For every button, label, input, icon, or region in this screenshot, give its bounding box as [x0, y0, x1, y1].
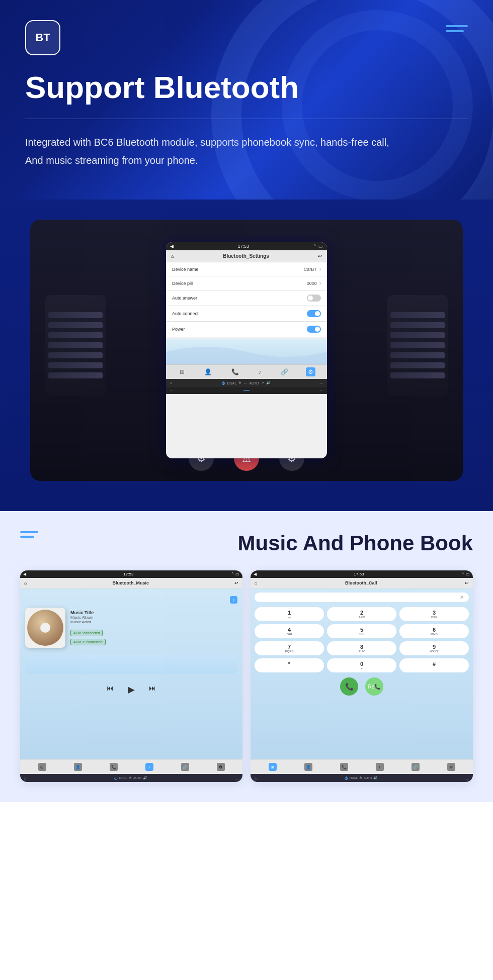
music-home-icon[interactable]: ⌂ — [24, 580, 27, 585]
dial-key-5[interactable]: 5JKL — [327, 624, 396, 638]
auto-connect-row[interactable]: Auto connect — [166, 306, 327, 322]
dual-text-c: DUAL — [350, 776, 358, 779]
hero-title: Support Bluetooth — [25, 70, 468, 105]
device-name-row[interactable]: Device name CarBT › — [166, 262, 327, 276]
device-pin-chevron: › — [319, 280, 321, 286]
dial-key-8[interactable]: 8TUV — [327, 641, 396, 655]
vol-icon-c: 🔊 — [373, 776, 378, 780]
fan-icon-c: ❄ — [359, 776, 362, 780]
sub-screens-container: ◀ 17:53 ⌃ ▭ ⌂ Bluetooth_Music ↩ ♪ — [20, 570, 473, 782]
power-icon-m: ⏻ — [114, 776, 118, 780]
tb-link-icon[interactable]: 🔗 — [181, 763, 189, 771]
menu-button[interactable] — [446, 25, 468, 32]
user-icon[interactable]: 👤 — [202, 367, 214, 376]
call-nav-bar: ⌂ Bluetooth_Call ↩ — [251, 578, 473, 589]
music-back-icon[interactable]: ◀ — [23, 572, 26, 576]
device-name-label: Device name — [172, 267, 199, 272]
power-row[interactable]: Power — [166, 322, 327, 337]
tb-music-icon-active[interactable]: ♪ — [145, 763, 153, 771]
a2dp-badge: A2DP connected — [70, 630, 103, 636]
call-screen: ◀ 17:53 ⌃ ▭ ⌂ Bluetooth_Call ↩ ✕ 1— 2ABC… — [251, 570, 473, 782]
dial-key-0[interactable]: 0+ — [327, 658, 396, 672]
album-name: Music Album — [70, 615, 237, 620]
call-back-nav[interactable]: ↩ — [465, 580, 469, 585]
call-clear-icon[interactable]: ✕ — [460, 595, 464, 600]
device-pin-label: Device pin — [172, 281, 193, 286]
device-name-chevron: › — [319, 266, 321, 272]
hero-section: BT Support Bluetooth Integrated with BC6… — [0, 0, 493, 200]
status-icons: ⌃ ▭ — [313, 244, 323, 249]
tb-grid-icon[interactable]: ⊞ — [38, 763, 46, 771]
call-back-icon[interactable]: ◀ — [254, 572, 257, 576]
music-disc-wrapper — [25, 608, 65, 648]
back-nav-icon[interactable]: ↩ — [318, 253, 322, 259]
bottom-menu-icon[interactable] — [20, 531, 38, 538]
tb-music-icon-c[interactable]: ♪ — [376, 763, 384, 771]
redial-button[interactable]: Re📞 — [365, 677, 383, 696]
phone-icon[interactable]: 📞 — [229, 367, 241, 376]
vol-icon-m: 🔊 — [143, 776, 147, 780]
music-player-content: ♪ Music Title Music Album Mus — [20, 589, 242, 759]
dial-key-2[interactable]: 2ABC — [327, 607, 396, 621]
tb-user-icon[interactable]: 👤 — [74, 763, 82, 771]
power-toggle[interactable] — [307, 326, 321, 333]
call-search-bar[interactable]: ✕ — [255, 593, 469, 602]
music-icon[interactable]: ♪ — [256, 367, 263, 376]
play-button[interactable]: ▶ — [128, 684, 135, 695]
dial-key-7[interactable]: 7PQRS — [255, 641, 324, 655]
dial-key-star[interactable]: * — [255, 658, 324, 672]
music-status-bar: ◀ 17:53 ⌃ ▭ — [20, 570, 242, 578]
music-artwork-bg — [25, 608, 65, 648]
music-back-nav[interactable]: ↩ — [234, 580, 238, 585]
device-name-value: CarBT — [304, 267, 317, 272]
music-disc — [27, 610, 63, 646]
call-bottom-toolbar: ⊞ 👤 📞 ♪ 🔗 ⚙ — [251, 759, 473, 774]
call-sys-home[interactable]: ⌂ — [255, 776, 257, 780]
music-bottom-toolbar: ⊞ 👤 📞 ♪ 🔗 ⚙ — [20, 759, 242, 774]
next-button[interactable]: ⏭ — [149, 684, 156, 695]
music-note-icon: ♪ — [25, 595, 237, 604]
dial-key-1[interactable]: 1— — [255, 607, 324, 621]
dialpad-grid: 1— 2ABC 3DEF 4GHI 5JKL 6MNO 7PQRS 8TUV 9… — [255, 607, 469, 672]
home-icon[interactable]: ⌂ — [171, 253, 174, 259]
music-sys-home[interactable]: ⌂ — [24, 776, 26, 780]
screen-nav-title: Bluetooth_Settings — [223, 253, 269, 259]
dial-key-6[interactable]: 6MNO — [399, 624, 469, 638]
device-pin-row[interactable]: Device pin 0000 › — [166, 276, 327, 290]
bottom-section-title: Music And Phone Book — [238, 531, 473, 555]
auto-answer-toggle[interactable] — [307, 295, 321, 302]
disc-center — [40, 623, 50, 633]
power-icon-c: ⏻ — [345, 776, 348, 780]
dial-key-3[interactable]: 3DEF — [399, 607, 469, 621]
tb-phone-icon[interactable]: 📞 — [110, 763, 118, 771]
tb-link-icon-c[interactable]: 🔗 — [412, 763, 420, 771]
call-sys-dots: ... — [466, 776, 469, 780]
dial-key-4[interactable]: 4GHI — [255, 624, 324, 638]
bt-logo: BT — [25, 20, 60, 55]
auto-connect-toggle[interactable] — [307, 310, 321, 317]
screen-nav-bar: ⌂ Bluetooth_Settings ↩ — [166, 250, 327, 262]
tb-phone-icon-c[interactable]: 📞 — [340, 763, 348, 771]
music-playback-controls: ⏮ ▶ ⏭ — [25, 678, 237, 701]
car-vent-right — [387, 295, 448, 396]
call-sys-bar: ⌂ ⏻ DUAL ❄ AUTO 🔊 ... — [251, 774, 473, 782]
grid-icon[interactable]: ⊞ — [178, 367, 187, 376]
tb-grid-active[interactable]: ⊞ — [269, 763, 277, 771]
tb-user-icon-c[interactable]: 👤 — [304, 763, 312, 771]
tb-settings-icon-c[interactable]: ⚙ — [447, 763, 455, 771]
prev-button[interactable]: ⏮ — [107, 684, 114, 695]
power-label: Power — [172, 327, 185, 332]
hero-divider — [25, 119, 468, 119]
auto-answer-row[interactable]: Auto answer — [166, 290, 327, 306]
device-pin-value: 0000 — [307, 281, 317, 286]
settings-icon-active[interactable]: ⚙ — [306, 367, 315, 376]
call-button[interactable]: 📞 — [340, 677, 358, 696]
link-icon[interactable]: 🔗 — [279, 367, 290, 376]
dial-key-9[interactable]: 9WXYZ — [399, 641, 469, 655]
dial-key-hash[interactable]: # — [399, 658, 469, 672]
back-icon[interactable]: ◀ — [170, 244, 174, 249]
hero-description: Integrated with BC6 Bluetooth module, su… — [25, 133, 402, 169]
tb-settings-icon[interactable]: ⚙ — [217, 763, 225, 771]
artist-name: Music Artist — [70, 620, 237, 624]
call-home-icon[interactable]: ⌂ — [255, 580, 257, 585]
